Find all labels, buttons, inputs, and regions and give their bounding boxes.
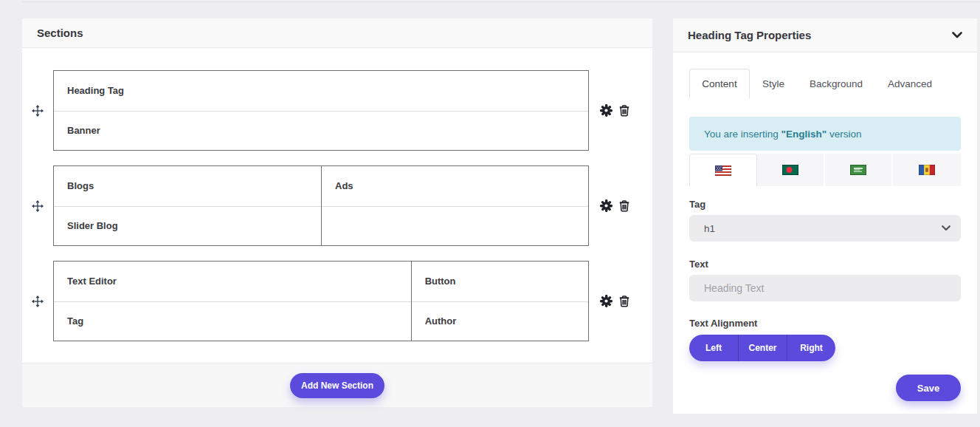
component-cell[interactable]: Ads [322, 166, 588, 206]
component-label: Text Editor [67, 276, 117, 287]
component-label: Blogs [67, 180, 94, 191]
sections-panel: Sections Heading Tag Banner [22, 18, 652, 407]
save-button[interactable]: Save [896, 375, 961, 401]
language-tab-moldovan[interactable] [893, 154, 961, 186]
text-label: Text [689, 259, 961, 270]
top-divider [22, 1, 980, 2]
gear-icon[interactable] [600, 199, 612, 212]
add-new-section-button[interactable]: Add New Section [290, 373, 384, 398]
trash-icon[interactable] [618, 199, 631, 212]
align-left-button[interactable]: Left [689, 335, 738, 361]
bangladesh-flag-icon [782, 165, 798, 175]
component-label: Button [425, 276, 456, 287]
properties-body: Content Style Background Advanced You ar… [673, 52, 977, 411]
heading-text-input[interactable] [689, 275, 961, 301]
section-actions [600, 199, 631, 212]
component-cell[interactable]: Text Editor [54, 262, 411, 301]
component-label: Heading Tag [67, 85, 124, 96]
properties-tabs: Content Style Background Advanced [689, 69, 961, 98]
moldova-flag-icon [919, 165, 935, 175]
align-center-button[interactable]: Center [738, 335, 787, 361]
component-label: Tag [67, 315, 83, 327]
component-label: Banner [67, 125, 100, 136]
alert-language: "English" [781, 129, 827, 140]
tag-select[interactable]: h1 [689, 215, 961, 242]
us-flag-icon [715, 165, 731, 176]
trash-icon[interactable] [618, 295, 631, 307]
component-cell[interactable] [322, 206, 588, 246]
section-column: Ads [321, 166, 588, 245]
text-alignment-group: Left Center Right [689, 335, 835, 361]
section-box: Text Editor Tag Button Author [53, 261, 589, 341]
section-column: Button Author [411, 262, 588, 341]
trash-icon[interactable] [618, 104, 631, 117]
alert-text: version [827, 129, 861, 140]
saudi-arabia-flag-icon [850, 165, 866, 175]
chevron-down-icon[interactable] [952, 32, 962, 38]
language-tab-bengali[interactable] [757, 154, 825, 186]
language-tab-english[interactable] [689, 154, 757, 186]
properties-title: Heading Tag Properties [688, 29, 811, 41]
section-actions [600, 295, 631, 307]
section-actions [600, 104, 631, 117]
language-tab-arabic[interactable] [825, 154, 893, 186]
component-cell[interactable]: Slider Blog [54, 206, 321, 246]
component-label: Slider Blog [67, 220, 118, 231]
tag-label: Tag [689, 199, 961, 210]
component-cell[interactable]: Tag [54, 301, 411, 341]
language-alert: You are inserting "English" version [689, 117, 961, 151]
section-column: Heading Tag Banner [54, 71, 588, 150]
language-tabs [689, 154, 961, 186]
section-row-2: Blogs Slider Blog Ads [22, 165, 652, 246]
sections-body: Heading Tag Banner [22, 48, 652, 341]
text-alignment-label: Text Alignment [689, 318, 961, 329]
gear-icon[interactable] [600, 295, 612, 307]
tab-background[interactable]: Background [797, 69, 875, 98]
move-icon[interactable] [32, 105, 44, 117]
alert-text: You are inserting [704, 129, 781, 140]
move-icon[interactable] [32, 296, 44, 307]
align-right-button[interactable]: Right [787, 335, 835, 361]
sections-footer: Add New Section [22, 363, 652, 407]
tab-advanced[interactable]: Advanced [875, 69, 945, 98]
section-row-1: Heading Tag Banner [22, 70, 652, 151]
section-column: Text Editor Tag [54, 262, 411, 341]
sections-title: Sections [37, 27, 83, 39]
component-cell[interactable]: Button [412, 262, 588, 301]
section-box: Blogs Slider Blog Ads [53, 165, 589, 246]
tab-content[interactable]: Content [689, 69, 750, 98]
component-cell[interactable]: Banner [54, 111, 588, 151]
section-row-3: Text Editor Tag Button Author [22, 261, 652, 341]
properties-panel: Heading Tag Properties Content Style Bac… [673, 18, 977, 414]
component-cell[interactable]: Blogs [54, 166, 321, 206]
section-column: Blogs Slider Blog [54, 166, 321, 245]
tag-select-wrap: h1 [689, 215, 961, 242]
component-label: Author [425, 315, 457, 327]
save-row: Save [689, 375, 961, 401]
component-cell[interactable]: Author [412, 301, 588, 341]
sections-header: Sections [22, 18, 652, 48]
component-cell[interactable]: Heading Tag [54, 71, 588, 111]
section-box: Heading Tag Banner [53, 70, 589, 151]
gear-icon[interactable] [600, 104, 612, 117]
move-icon[interactable] [32, 200, 44, 212]
properties-header: Heading Tag Properties [673, 18, 977, 52]
component-label: Ads [335, 180, 353, 191]
tab-style[interactable]: Style [750, 69, 797, 98]
